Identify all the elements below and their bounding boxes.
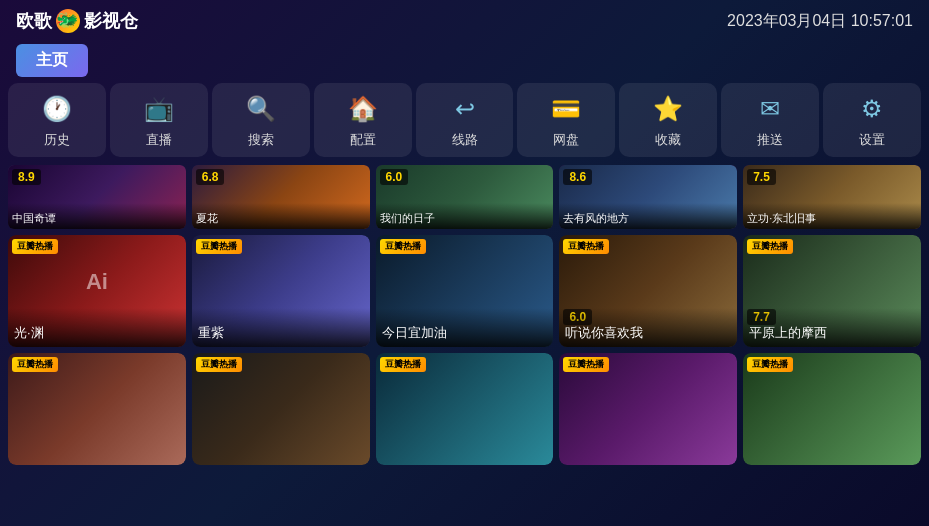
nav-icon-配置: 🏠	[345, 91, 381, 127]
nav-label-直播: 直播	[146, 131, 172, 149]
card-badge: 豆瓣热播	[12, 239, 58, 254]
card-rating: 6.8	[196, 169, 225, 185]
list-item[interactable]: 6.8夏花	[192, 165, 370, 229]
nav-icon-收藏: ⭐	[650, 91, 686, 127]
main-row-2: 豆瓣热播豆瓣热播豆瓣热播豆瓣热播豆瓣热播	[8, 353, 921, 465]
home-section: 主页	[0, 42, 929, 83]
card-badge: 豆瓣热播	[380, 239, 426, 254]
card-badge: 豆瓣热播	[563, 357, 609, 372]
nav-icon-推送: ✉	[752, 91, 788, 127]
list-item[interactable]: 豆瓣热播7.7平原上的摩西	[743, 235, 921, 347]
nav-label-搜索: 搜索	[248, 131, 274, 149]
list-item[interactable]: 豆瓣热播6.0听说你喜欢我	[559, 235, 737, 347]
nav-item-搜索[interactable]: 🔍 搜索	[212, 83, 310, 157]
nav-label-历史: 历史	[44, 131, 70, 149]
card-badge: 豆瓣热播	[563, 239, 609, 254]
partial-row-0: 8.9中国奇谭6.8夏花6.0我们的日子8.6去有风的地方7.5立功·东北旧事	[8, 165, 921, 229]
card-rating: 7.5	[747, 169, 776, 185]
nav-label-配置: 配置	[350, 131, 376, 149]
logo-text2: 影视仓	[84, 9, 138, 33]
card-badge: 豆瓣热播	[196, 357, 242, 372]
card-badge: 豆瓣热播	[747, 357, 793, 372]
nav-bar: 🕐 历史 📺 直播 🔍 搜索 🏠 配置 ↩ 线路 💳 网盘 ⭐ 收藏 ✉ 推送 …	[0, 83, 929, 157]
nav-icon-搜索: 🔍	[243, 91, 279, 127]
content-area: 8.9中国奇谭6.8夏花6.0我们的日子8.6去有风的地方7.5立功·东北旧事豆…	[0, 165, 929, 471]
nav-icon-历史: 🕐	[39, 91, 75, 127]
list-item[interactable]: 8.6去有风的地方	[559, 165, 737, 229]
list-item[interactable]: 豆瓣热播	[743, 353, 921, 465]
nav-item-收藏[interactable]: ⭐ 收藏	[619, 83, 717, 157]
nav-icon-线路: ↩	[447, 91, 483, 127]
card-badge: 豆瓣热播	[12, 357, 58, 372]
card-title: 夏花	[192, 203, 370, 229]
nav-icon-网盘: 💳	[548, 91, 584, 127]
card-title: 平原上的摩西	[743, 308, 921, 347]
nav-label-线路: 线路	[452, 131, 478, 149]
card-badge: 豆瓣热播	[196, 239, 242, 254]
card-badge: 豆瓣热播	[380, 357, 426, 372]
card-rating: 8.9	[12, 169, 41, 185]
nav-item-推送[interactable]: ✉ 推送	[721, 83, 819, 157]
logo-dragon-icon: 🐲	[56, 9, 80, 33]
card-badge: 豆瓣热播	[747, 239, 793, 254]
card-title: 光·渊	[8, 308, 186, 347]
main-row-1: 豆瓣热播Ai光·渊豆瓣热播重紫豆瓣热播今日宜加油豆瓣热播6.0听说你喜欢我豆瓣热…	[8, 235, 921, 347]
card-title: 去有风的地方	[559, 203, 737, 229]
home-button[interactable]: 主页	[16, 44, 88, 77]
list-item[interactable]: 豆瓣热播	[8, 353, 186, 465]
list-item[interactable]: 豆瓣热播	[559, 353, 737, 465]
card-rating: 8.6	[563, 169, 592, 185]
list-item[interactable]: 8.9中国奇谭	[8, 165, 186, 229]
nav-label-设置: 设置	[859, 131, 885, 149]
nav-item-设置[interactable]: ⚙ 设置	[823, 83, 921, 157]
nav-item-网盘[interactable]: 💳 网盘	[517, 83, 615, 157]
list-item[interactable]: 豆瓣热播今日宜加油	[376, 235, 554, 347]
nav-label-推送: 推送	[757, 131, 783, 149]
logo-text1: 欧歌	[16, 9, 52, 33]
nav-label-网盘: 网盘	[553, 131, 579, 149]
card-rating: 6.0	[380, 169, 409, 185]
nav-label-收藏: 收藏	[655, 131, 681, 149]
nav-item-直播[interactable]: 📺 直播	[110, 83, 208, 157]
list-item[interactable]: 6.0我们的日子	[376, 165, 554, 229]
card-deco-text: Ai	[86, 269, 108, 295]
list-item[interactable]: 豆瓣热播	[192, 353, 370, 465]
datetime: 2023年03月04日 10:57:01	[727, 11, 913, 32]
header: 欧歌 🐲 影视仓 2023年03月04日 10:57:01	[0, 0, 929, 42]
list-item[interactable]: 7.5立功·东北旧事	[743, 165, 921, 229]
card-title: 中国奇谭	[8, 203, 186, 229]
list-item[interactable]: 豆瓣热播	[376, 353, 554, 465]
card-title: 今日宜加油	[376, 308, 554, 347]
nav-item-历史[interactable]: 🕐 历史	[8, 83, 106, 157]
nav-item-线路[interactable]: ↩ 线路	[416, 83, 514, 157]
nav-item-配置[interactable]: 🏠 配置	[314, 83, 412, 157]
list-item[interactable]: 豆瓣热播Ai光·渊	[8, 235, 186, 347]
logo: 欧歌 🐲 影视仓	[16, 9, 138, 33]
nav-icon-设置: ⚙	[854, 91, 890, 127]
list-item[interactable]: 豆瓣热播重紫	[192, 235, 370, 347]
card-title: 我们的日子	[376, 203, 554, 229]
card-title: 听说你喜欢我	[559, 308, 737, 347]
card-title: 立功·东北旧事	[743, 203, 921, 229]
nav-icon-直播: 📺	[141, 91, 177, 127]
card-title: 重紫	[192, 308, 370, 347]
